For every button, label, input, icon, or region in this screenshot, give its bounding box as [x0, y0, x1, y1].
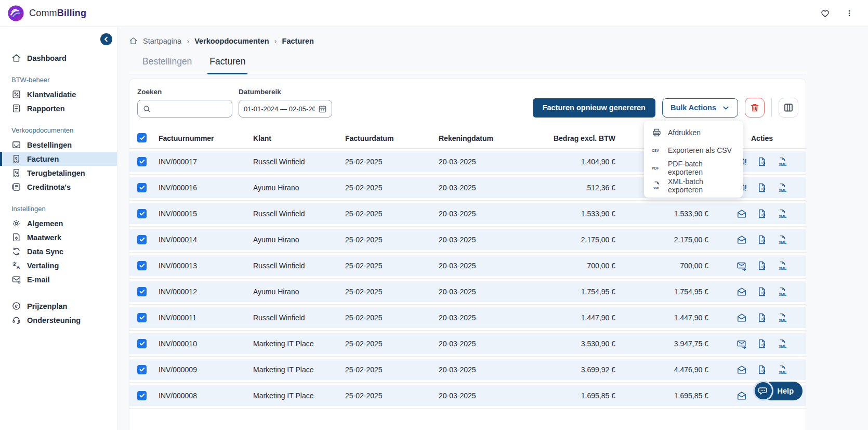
- menu-item-exporteren-als-csv[interactable]: CSV Exporteren als CSV: [644, 141, 743, 159]
- row-checkbox[interactable]: [137, 365, 147, 374]
- sidebar-item-klantvalidatie[interactable]: Klantvalidatie: [0, 87, 117, 101]
- sidebar-item-creditnota-s[interactable]: Creditnota's: [0, 180, 117, 194]
- svg-text:€: €: [15, 303, 18, 309]
- amount-excl-btw: 700,00 €: [532, 262, 615, 270]
- menu-item-afdrukken[interactable]: Afdrukken: [644, 124, 743, 141]
- sidebar-item-label: Rapporten: [27, 105, 65, 113]
- kebab-menu-icon[interactable]: [845, 8, 853, 19]
- file-export-icon[interactable]: [757, 286, 767, 297]
- bulk-actions-button[interactable]: Bulk Actions: [662, 98, 738, 118]
- mail-open-icon[interactable]: [737, 390, 747, 401]
- xml-icon: XML: [651, 180, 662, 191]
- svg-text:XML: XML: [779, 371, 787, 374]
- credit-note-icon: [11, 182, 21, 192]
- menu-item-pdf-batch-exporteren[interactable]: PDF PDF-batch exporteren: [644, 159, 743, 177]
- billing-date: 20-03-2025: [439, 158, 532, 166]
- file-export-icon[interactable]: [757, 338, 767, 349]
- row-checkbox[interactable]: [137, 235, 147, 244]
- sidebar-item-vertaling[interactable]: A Vertaling: [0, 258, 117, 272]
- amount-excl-btw: 1.754,95 €: [532, 288, 615, 296]
- mail-open-icon[interactable]: [737, 312, 747, 323]
- row-checkbox[interactable]: [137, 261, 147, 270]
- xml-file-icon[interactable]: XML: [777, 338, 787, 349]
- search-input[interactable]: [154, 105, 227, 113]
- xml-file-icon[interactable]: XML: [777, 234, 787, 245]
- sidebar-item-maatwerk[interactable]: Maatwerk: [0, 230, 117, 244]
- search-box: [137, 100, 232, 118]
- custom-file-icon: [11, 232, 21, 242]
- row-checkbox[interactable]: [137, 313, 147, 322]
- sidebar-item-rapporten[interactable]: Rapporten: [0, 101, 117, 115]
- row-checkbox[interactable]: [137, 157, 147, 166]
- sidebar-item-e-mail[interactable]: E-mail: [0, 272, 117, 286]
- tab-bestellingen[interactable]: Bestellingen: [142, 56, 192, 74]
- row-checkbox[interactable]: [137, 339, 147, 348]
- sidebar-item-dashboard[interactable]: Dashboard: [0, 51, 117, 65]
- sidebar-item-terugbetalingen[interactable]: Terugbetalingen: [0, 166, 117, 180]
- column-header-factuurnummer: Factuurnummer: [159, 134, 253, 142]
- file-export-icon[interactable]: [757, 312, 767, 323]
- refund-icon: [11, 168, 21, 178]
- xml-file-icon[interactable]: XML: [777, 312, 787, 323]
- table-row-wrap: INV/000011 Russell Winfield 25-02-2025 2…: [129, 305, 806, 331]
- sidebar-collapse-button[interactable]: [100, 33, 112, 45]
- printer-icon: [651, 127, 662, 138]
- chat-button[interactable]: [753, 381, 773, 401]
- svg-text:XML: XML: [779, 293, 787, 296]
- file-export-icon[interactable]: [757, 364, 767, 375]
- mail-open-icon[interactable]: [737, 286, 747, 297]
- row-actions: XML: [708, 364, 806, 375]
- billing-date: 20-03-2025: [439, 210, 532, 218]
- menu-item-label: PDF-batch exporteren: [668, 160, 735, 176]
- table-row: INV/000011 Russell Winfield 25-02-2025 2…: [129, 307, 806, 328]
- xml-file-icon[interactable]: XML: [777, 364, 787, 375]
- mail-sent-icon[interactable]: [737, 338, 747, 349]
- date-range-input[interactable]: 01-01-2024 — 02-05-202: [239, 100, 332, 118]
- table-row: INV/000013 Russell Winfield 25-02-2025 2…: [129, 255, 806, 276]
- sidebar-item-prijzenplan[interactable]: € Prijzenplan: [0, 299, 117, 313]
- file-export-icon[interactable]: [757, 183, 767, 193]
- xml-file-icon[interactable]: XML: [777, 209, 787, 219]
- columns-button[interactable]: [779, 98, 798, 118]
- mail-open-icon[interactable]: [737, 209, 747, 219]
- client-name: Marketing IT Place: [253, 366, 345, 374]
- sidebar-gap: [0, 286, 117, 299]
- xml-file-icon[interactable]: XML: [777, 157, 787, 167]
- sidebar-item-algemeen[interactable]: Algemeen: [0, 216, 117, 230]
- breadcrumb-item-startpagina[interactable]: Startpagina: [143, 37, 181, 45]
- row-checkbox[interactable]: [137, 391, 147, 400]
- file-export-icon[interactable]: [757, 209, 767, 219]
- mail-open-icon[interactable]: [737, 234, 747, 245]
- xml-file-icon[interactable]: XML: [777, 183, 787, 193]
- mail-sent-icon[interactable]: [737, 260, 747, 271]
- row-checkbox[interactable]: [137, 209, 147, 218]
- row-checkbox[interactable]: [137, 183, 147, 192]
- mail-open-icon[interactable]: [737, 364, 747, 375]
- amount-excl-btw: 2.175,00 €: [532, 236, 615, 244]
- sidebar-item-label: Vertaling: [27, 262, 59, 270]
- sidebar-item-bestellingen[interactable]: Bestellingen: [0, 138, 117, 152]
- tab-facturen[interactable]: Facturen: [209, 56, 245, 74]
- breadcrumb-item-facturen[interactable]: Facturen: [282, 37, 314, 45]
- row-checkbox[interactable]: [137, 287, 147, 296]
- regenerate-invoices-button[interactable]: Facturen opnieuw genereren: [533, 98, 655, 118]
- client-name: Russell Winfield: [253, 158, 345, 166]
- date-range-label: Datumbereik: [239, 88, 332, 96]
- sidebar-item-facturen[interactable]: € Facturen: [0, 152, 117, 166]
- breadcrumb-item-verkoopdocumenten[interactable]: Verkoopdocumenten: [194, 37, 269, 45]
- sidebar-item-data-sync[interactable]: Data Sync: [0, 244, 117, 258]
- delete-button[interactable]: [745, 98, 765, 118]
- menu-item-label: Exporteren als CSV: [668, 146, 732, 154]
- sidebar-item-ondersteuning[interactable]: Ondersteuning: [0, 313, 117, 327]
- heart-icon[interactable]: [820, 8, 831, 19]
- table-row-wrap: INV/000012 Ayumu Hirano 25-02-2025 20-03…: [129, 279, 806, 305]
- sidebar-item-label: E-mail: [27, 276, 50, 284]
- xml-file-icon[interactable]: XML: [777, 286, 787, 297]
- report-icon: [11, 103, 21, 113]
- xml-file-icon[interactable]: XML: [777, 260, 787, 271]
- select-all-checkbox[interactable]: [137, 133, 147, 142]
- menu-item-xml-batch-exporteren[interactable]: XML XML-batch exporteren: [644, 177, 743, 194]
- file-export-icon[interactable]: [757, 260, 767, 271]
- file-export-icon[interactable]: [757, 157, 767, 167]
- file-export-icon[interactable]: [757, 234, 767, 245]
